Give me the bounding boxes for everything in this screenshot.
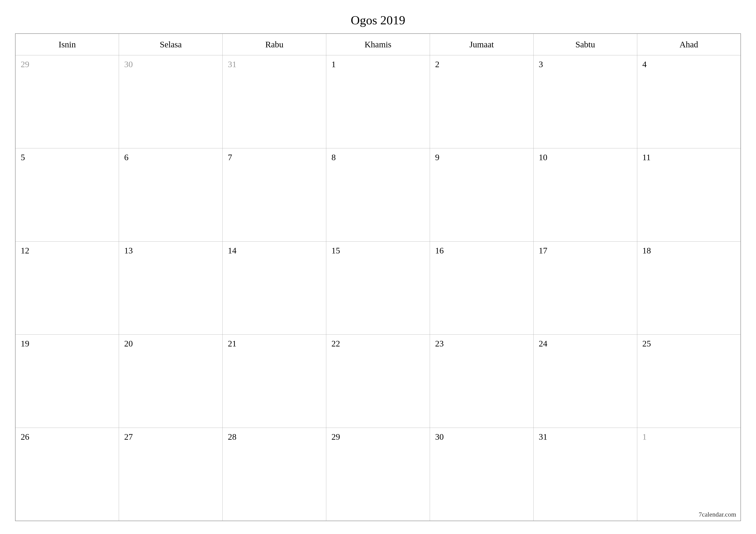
footer-attribution: 7calendar.com (699, 511, 736, 518)
calendar-day-cell: 27 (119, 428, 223, 521)
calendar-day-cell: 18 (637, 242, 741, 335)
calendar-week-row: 2930311234 (15, 55, 741, 148)
calendar-day-cell: 1 (326, 55, 430, 148)
calendar-day-cell: 31 (223, 55, 326, 148)
calendar-day-cell: 3 (533, 55, 637, 148)
calendar-day-cell: 10 (533, 148, 637, 242)
calendar-day-cell: 28 (223, 428, 326, 521)
calendar-day-cell: 2 (430, 55, 533, 148)
calendar-week-row: 12131415161718 (15, 242, 741, 335)
calendar-day-cell: 29 (15, 55, 119, 148)
calendar-day-cell: 4 (637, 55, 741, 148)
calendar-day-cell: 15 (326, 242, 430, 335)
calendar-day-cell: 31 (533, 428, 637, 521)
calendar-week-row: 567891011 (15, 148, 741, 242)
calendar-day-cell: 30 (430, 428, 533, 521)
calendar-day-cell: 30 (119, 55, 223, 148)
calendar-day-cell: 20 (119, 335, 223, 428)
weekday-header: Rabu (223, 34, 326, 55)
calendar-day-cell: 6 (119, 148, 223, 242)
calendar-day-cell: 19 (15, 335, 119, 428)
calendar-day-cell: 24 (533, 335, 637, 428)
calendar-day-cell: 22 (326, 335, 430, 428)
calendar-day-cell: 26 (15, 428, 119, 521)
weekday-header: Jumaat (430, 34, 533, 55)
calendar-day-cell: 13 (119, 242, 223, 335)
weekday-header: Isnin (15, 34, 119, 55)
calendar-day-cell: 12 (15, 242, 119, 335)
calendar-day-cell: 8 (326, 148, 430, 242)
calendar-day-cell: 29 (326, 428, 430, 521)
weekday-header: Ahad (637, 34, 741, 55)
calendar-week-row: 19202122232425 (15, 335, 741, 428)
calendar-day-cell: 17 (533, 242, 637, 335)
weekday-header: Selasa (119, 34, 223, 55)
calendar-day-cell: 23 (430, 335, 533, 428)
calendar-day-cell: 14 (223, 242, 326, 335)
calendar-day-cell: 25 (637, 335, 741, 428)
calendar-day-cell: 21 (223, 335, 326, 428)
weekday-header: Khamis (326, 34, 430, 55)
calendar-day-cell: 11 (637, 148, 741, 242)
calendar-week-row: 2627282930311 (15, 428, 741, 521)
weekday-header: Sabtu (533, 34, 637, 55)
calendar-grid: Isnin Selasa Rabu Khamis Jumaat Sabtu Ah… (15, 33, 741, 521)
calendar-day-cell: 16 (430, 242, 533, 335)
calendar-day-cell: 9 (430, 148, 533, 242)
calendar-day-cell: 7 (223, 148, 326, 242)
calendar-title: Ogos 2019 (15, 13, 741, 27)
weekday-header-row: Isnin Selasa Rabu Khamis Jumaat Sabtu Ah… (15, 34, 741, 55)
calendar-day-cell: 5 (15, 148, 119, 242)
calendar-day-cell: 1 (637, 428, 741, 521)
